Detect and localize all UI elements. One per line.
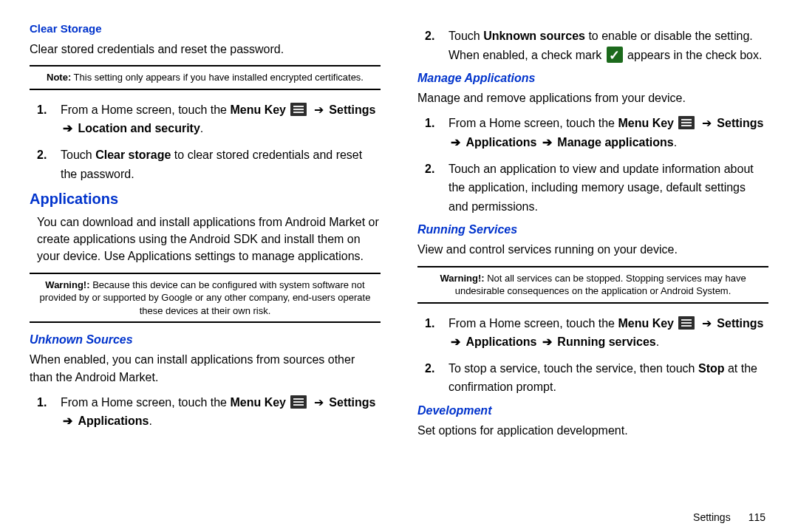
settings-label: Settings: [329, 396, 375, 409]
menu-key-icon: [678, 116, 695, 129]
page-footer: Settings115: [693, 511, 765, 523]
arrow-icon: ➔: [539, 335, 555, 348]
step-1: From a Home screen, touch the Menu Key ➔…: [425, 314, 768, 352]
clear-storage-section: Clear Storage Clear stored credentials a…: [30, 22, 381, 183]
menu-key-label: Menu Key: [230, 396, 286, 409]
development-section: Development Set options for application …: [417, 404, 768, 439]
manual-page: Clear Storage Clear stored credentials a…: [0, 0, 798, 532]
text: .: [656, 335, 659, 348]
location-security-label: Location and security: [78, 122, 200, 134]
text: From a Home screen, touch the: [61, 396, 230, 409]
text: From a Home screen, touch the: [449, 317, 618, 330]
running-services-section: Running Services View and control servic…: [417, 223, 768, 397]
clear-storage-steps: From a Home screen, touch the Menu Key ➔…: [30, 100, 381, 183]
menu-key-icon: [290, 103, 307, 116]
step-1: From a Home screen, touch the Menu Key ➔…: [425, 114, 768, 151]
settings-label: Settings: [329, 103, 375, 116]
applications-label: Applications: [466, 136, 536, 149]
text: Touch: [449, 30, 483, 42]
arrow-icon: ➔: [451, 335, 463, 348]
applications-label: Applications: [466, 335, 536, 348]
note-label: Note:: [47, 72, 71, 83]
manage-applications-heading: Manage Applications: [417, 72, 768, 85]
applications-desc: You can download and install application…: [30, 214, 381, 265]
text: .: [200, 122, 203, 134]
step-1: From a Home screen, touch the Menu Key ➔…: [37, 100, 381, 138]
arrow-icon: ➔: [539, 136, 555, 149]
text: Touch an application to view and update …: [449, 163, 754, 213]
step-1: From a Home screen, touch the Menu Key ➔…: [37, 393, 381, 431]
manage-applications-steps: From a Home screen, touch the Menu Key ➔…: [417, 114, 768, 216]
menu-key-icon: [290, 395, 307, 409]
step-2: Touch an application to view and update …: [425, 160, 768, 216]
arrow-icon: ➔: [451, 136, 463, 149]
settings-label: Settings: [717, 317, 763, 330]
applications-label: Applications: [78, 415, 149, 427]
manage-applications-section: Manage Applications Manage and remove ap…: [417, 72, 768, 216]
arrow-icon: ➔: [63, 122, 75, 134]
warning-text: Because this device can be configured wi…: [40, 279, 371, 316]
applications-heading: Applications: [30, 191, 381, 208]
step-2: Touch Unknown sources to enable or disab…: [425, 27, 768, 64]
footer-page-number: 115: [748, 511, 765, 523]
warning-label: Warning!:: [45, 279, 89, 290]
menu-key-label: Menu Key: [618, 317, 674, 330]
running-services-heading: Running Services: [417, 223, 768, 236]
step-2: To stop a service, touch the service, th…: [425, 359, 768, 397]
stop-label: Stop: [698, 362, 725, 375]
text: From a Home screen, touch the: [449, 117, 618, 129]
unknown-sources-steps-cont: Touch Unknown sources to enable or disab…: [417, 27, 768, 64]
note-text: This setting only appears if you have in…: [71, 72, 364, 83]
applications-section: Applications You can download and instal…: [30, 191, 381, 323]
text: .: [674, 136, 677, 149]
running-services-steps: From a Home screen, touch the Menu Key ➔…: [417, 314, 768, 397]
footer-section: Settings: [693, 511, 731, 523]
arrow-icon: ➔: [310, 103, 327, 116]
unknown-sources-steps: From a Home screen, touch the Menu Key ➔…: [30, 393, 381, 431]
arrow-icon: ➔: [63, 415, 75, 427]
settings-label: Settings: [717, 117, 763, 129]
text: Touch: [61, 149, 95, 161]
development-heading: Development: [417, 404, 768, 417]
unknown-sources-heading: Unknown Sources: [30, 333, 381, 347]
clear-storage-desc: Clear stored credentials and reset the p…: [30, 41, 381, 58]
unknown-sources-label: Unknown sources: [483, 30, 585, 42]
arrow-icon: ➔: [698, 317, 715, 330]
manage-applications-desc: Manage and remove applications from your…: [417, 89, 768, 106]
running-services-warning: Warning!: Not all services can be stoppe…: [417, 266, 768, 304]
checkmark-icon: [607, 47, 623, 63]
development-desc: Set options for application development.: [417, 422, 768, 439]
left-column: Clear Storage Clear stored credentials a…: [30, 22, 381, 525]
running-services-desc: View and control services running on you…: [417, 241, 768, 258]
warning-label: Warning!:: [440, 273, 484, 284]
text: To stop a service, touch the service, th…: [449, 362, 698, 375]
unknown-sources-desc: When enabled, you can install applicatio…: [30, 351, 381, 385]
warning-text: Not all services can be stopped. Stoppin…: [455, 273, 746, 297]
text: From a Home screen, touch the: [61, 103, 230, 116]
menu-key-icon: [678, 316, 695, 330]
text: appears in the check box.: [624, 49, 763, 61]
arrow-icon: ➔: [310, 396, 327, 409]
manage-applications-label: Manage applications: [557, 136, 673, 149]
step-2: Touch Clear storage to clear stored cred…: [37, 146, 381, 183]
clear-storage-label: Clear storage: [95, 149, 171, 161]
arrow-icon: ➔: [698, 117, 715, 129]
unknown-sources-section: Unknown Sources When enabled, you can in…: [30, 333, 381, 431]
menu-key-label: Menu Key: [230, 103, 286, 116]
applications-warning: Warning!: Because this device can be con…: [30, 273, 381, 324]
text: .: [149, 415, 151, 427]
clear-storage-heading: Clear Storage: [30, 22, 381, 35]
right-column: Touch Unknown sources to enable or disab…: [417, 22, 768, 525]
clear-storage-note: Note: This setting only appears if you h…: [30, 65, 381, 90]
menu-key-label: Menu Key: [618, 117, 674, 129]
running-services-label: Running services: [557, 335, 655, 348]
